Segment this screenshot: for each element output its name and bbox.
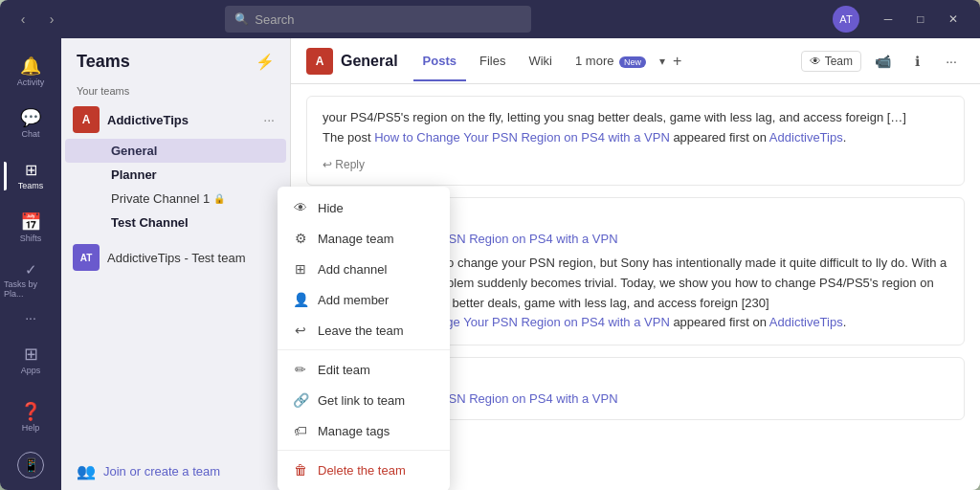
message-card-1: your PS4/PS5's region on the fly, lettin… — [306, 96, 965, 186]
context-menu: 👁 Hide ⚙ Manage team ⊞ Add channel 👤 Add… — [278, 187, 450, 490]
device-icon[interactable]: 📱 — [17, 452, 44, 479]
channel-header-avatar: A — [306, 48, 333, 75]
titlebar-right: AT ─ □ ✕ — [833, 6, 969, 33]
close-button[interactable]: ✕ — [938, 6, 969, 33]
channel-private[interactable]: Private Channel 1 🔒 — [65, 187, 286, 211]
forward-button[interactable]: › — [40, 8, 63, 31]
eye-icon: 👁 — [810, 55, 821, 68]
join-create-button[interactable]: 👥 Join or create a team — [61, 453, 290, 490]
more-options-button[interactable]: ··· — [938, 48, 965, 75]
channel-test[interactable]: Test Channel — [65, 211, 286, 234]
menu-divider-1 — [278, 349, 450, 350]
back-button[interactable]: ‹ — [11, 8, 34, 31]
edit-icon: ✏ — [293, 362, 308, 377]
search-icon: 🔍 — [234, 12, 249, 26]
search-bar[interactable]: 🔍 — [225, 6, 531, 33]
tasks-icon: ✓ — [25, 262, 37, 277]
message-body-1: your PS4/PS5's region on the fly, lettin… — [323, 108, 948, 148]
info-button[interactable]: ℹ — [903, 48, 930, 75]
channel-planner[interactable]: Planner — [65, 163, 286, 187]
manage-team-icon: ⚙ — [293, 231, 308, 246]
reply-button-1[interactable]: ↩ Reply — [323, 156, 365, 173]
main-layout: 🔔 Activity 💬 Chat ⊞ Teams 📅 Shifts ✓ Tas… — [0, 38, 980, 490]
sidebar-item-apps[interactable]: ⊞ Apps — [4, 333, 57, 387]
window-controls: ─ □ ✕ — [873, 6, 969, 33]
avatar[interactable]: AT — [833, 6, 859, 33]
sidebar-bottom: ··· ⊞ Apps ❓ Help 📱 — [4, 306, 57, 490]
menu-item-get-link[interactable]: 🔗 Get link to team — [278, 385, 450, 415]
lock-icon: 🔒 — [213, 193, 225, 204]
menu-item-leave-team[interactable]: ↩ Leave the team — [278, 315, 450, 345]
sidebar-item-teams[interactable]: ⊞ Teams — [4, 150, 57, 202]
filter-icon[interactable]: ⚡ — [256, 53, 275, 71]
sidebar-item-activity[interactable]: 🔔 Activity — [4, 46, 57, 98]
join-icon: 👥 — [77, 462, 96, 480]
channel-name-header: General — [341, 53, 398, 70]
header-right: 👁 Team 📹 ℹ ··· — [801, 48, 965, 75]
tab-wiki[interactable]: Wiki — [519, 50, 562, 72]
link-icon: 🔗 — [293, 392, 308, 408]
teams-panel: Teams ⚡ Your teams A AddictiveTips ··· G… — [61, 38, 291, 490]
tab-more[interactable]: 1 more New — [566, 50, 656, 72]
menu-item-add-channel[interactable]: ⊞ Add channel — [278, 254, 450, 284]
teams-icon: ⊞ — [25, 163, 37, 178]
menu-item-manage-team[interactable]: ⚙ Manage team — [278, 223, 450, 254]
team-name-test: AddictiveTips - Test team — [107, 251, 246, 265]
apps-icon: ⊞ — [24, 345, 38, 363]
team-avatar-addictive-tips: A — [73, 106, 100, 133]
more-button[interactable]: ··· — [19, 306, 42, 329]
activity-icon: 🔔 — [20, 57, 41, 75]
menu-item-delete-team[interactable]: 🗑 Delete the team — [278, 455, 450, 485]
hide-icon: 👁 — [293, 200, 308, 215]
add-member-icon: 👤 — [293, 292, 308, 307]
help-icon: ❓ — [20, 403, 41, 420]
tabs-chevron-icon[interactable]: ▾ — [659, 55, 665, 68]
shifts-icon: 📅 — [20, 213, 41, 231]
search-input[interactable] — [255, 12, 522, 27]
sidebar-item-help[interactable]: ❓ Help — [4, 390, 57, 444]
video-button[interactable]: 📹 — [869, 48, 896, 75]
menu-item-hide[interactable]: 👁 Hide — [278, 192, 450, 223]
tab-posts[interactable]: Posts — [413, 50, 466, 72]
header-tabs: Posts Files Wiki 1 more New ▾ + — [413, 50, 682, 72]
titlebar: ‹ › 🔍 AT ─ □ ✕ — [0, 0, 980, 38]
chat-icon: 💬 — [20, 109, 41, 126]
menu-item-manage-tags[interactable]: 🏷 Manage tags — [278, 415, 450, 446]
icon-sidebar: 🔔 Activity 💬 Chat ⊞ Teams 📅 Shifts ✓ Tas… — [0, 38, 61, 490]
team-item-addictive-tips[interactable]: A AddictiveTips ··· — [61, 100, 290, 139]
tags-icon: 🏷 — [293, 423, 308, 438]
maximize-button[interactable]: □ — [905, 6, 936, 33]
leave-icon: ↩ — [293, 323, 308, 338]
channel-general[interactable]: General — [65, 139, 286, 163]
team-more-button[interactable]: ··· — [259, 110, 278, 129]
minimize-button[interactable]: ─ — [873, 6, 903, 33]
nav-buttons: ‹ › — [11, 8, 63, 31]
menu-item-add-member[interactable]: 👤 Add member — [278, 284, 450, 315]
sidebar-item-tasks[interactable]: ✓ Tasks by Pla... — [4, 255, 57, 306]
menu-divider-2 — [278, 450, 450, 451]
teams-title: Teams — [77, 52, 130, 72]
team-item-test[interactable]: AT AddictiveTips - Test team — [61, 238, 290, 277]
source-link-1[interactable]: AddictiveTips — [769, 130, 843, 145]
sidebar-item-chat[interactable]: 💬 Chat — [4, 98, 57, 149]
add-channel-icon: ⊞ — [293, 261, 308, 277]
team-avatar-test: AT — [73, 244, 100, 271]
team-pill[interactable]: 👁 Team — [801, 51, 861, 72]
tab-files[interactable]: Files — [470, 50, 515, 72]
message-link-1[interactable]: How to Change Your PSN Region on PS4 wit… — [374, 130, 670, 145]
add-tab-button[interactable]: + — [673, 53, 681, 70]
team-name-addictive-tips: AddictiveTips — [107, 113, 189, 127]
teams-header: Teams ⚡ — [61, 38, 290, 79]
channel-header: A General Posts Files Wiki 1 more New — [291, 38, 980, 84]
delete-icon: 🗑 — [293, 462, 308, 478]
new-badge: New — [619, 56, 646, 68]
your-teams-label: Your teams — [61, 79, 290, 100]
app-window: ‹ › 🔍 AT ─ □ ✕ 🔔 Activity 💬 — [0, 0, 980, 490]
sidebar-item-shifts[interactable]: 📅 Shifts — [4, 202, 57, 254]
source-link-2[interactable]: AddictiveTips — [769, 315, 843, 329]
device-symbol: 📱 — [23, 457, 39, 473]
menu-item-edit-team[interactable]: ✏ Edit team — [278, 354, 450, 385]
